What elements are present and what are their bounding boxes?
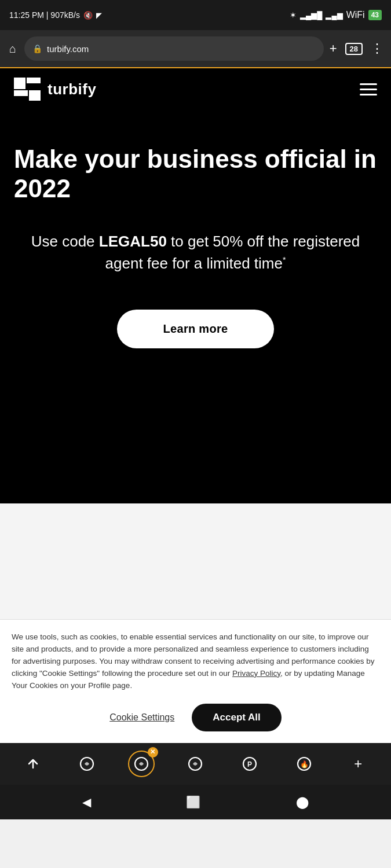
url-bar[interactable]: 🔒 turbify.com [24,36,324,61]
lock-icon: 🔒 [32,44,42,53]
cookie-text: We use tools, such as cookies, to enable… [12,631,379,692]
status-right: ✶ ▂▄▆█ ▂▄▆ WiFi 43 [290,10,382,20]
nav-sync-2[interactable] [182,751,209,777]
bluetooth-icon: ✶ [290,10,297,20]
asterisk: * [283,255,286,264]
hamburger-menu[interactable] [360,83,377,95]
nav-fire[interactable]: 🔥 [291,751,317,777]
hero-subtitle: Use code LEGAL50 to get 50% off the regi… [14,231,377,274]
wifi-icon: WiFi [346,10,365,20]
browser-home-button[interactable]: ⌂ [7,40,19,58]
hamburger-line-2 [360,89,377,90]
send-icon: ◤ [96,11,102,20]
active-tab[interactable]: ✕ [128,751,155,777]
tab-count-badge[interactable]: 28 [345,43,363,55]
privacy-policy-link[interactable]: Privacy Policy [232,669,280,678]
battery-indicator: 43 [368,10,382,20]
browser-actions: + 28 ⋮ [330,41,384,56]
bottom-browser-nav: ✕ P 🔥 + [0,743,391,785]
mute-icon: 🔇 [83,11,93,20]
white-section [0,503,391,619]
hamburger-line-1 [360,83,377,85]
svg-text:P: P [247,760,252,768]
website-content: turbify Make your business official in 2… [0,68,391,503]
accept-all-button[interactable]: Accept All [192,704,282,731]
url-text: turbify.com [47,44,89,54]
menu-button[interactable]: ⋮ [371,41,384,56]
android-home-button[interactable]: ⬜ [186,795,200,809]
cookie-banner: We use tools, such as cookies, to enable… [0,619,391,743]
signal-icon: ▂▄▆█ [300,11,322,20]
android-recents-button[interactable]: ⬤ [296,795,309,809]
status-left: 11:25 PM | 907kB/s 🔇 ◤ [9,10,102,20]
logo-text: turbify [47,80,96,98]
svg-text:🔥: 🔥 [299,760,308,768]
signal-icon-2: ▂▄▆ [326,11,342,20]
cookie-actions: Cookie Settings Accept All [12,704,379,731]
logo-icon [14,78,41,101]
nav-up-button[interactable] [20,751,46,777]
time-display: 11:25 PM | 907kB/s [9,10,80,20]
hero-title: Make your business official in 2022 [14,145,377,203]
android-home-bar: ◀ ⬜ ⬤ [0,785,391,819]
cookie-settings-button[interactable]: Cookie Settings [109,712,174,723]
subtitle-pre: Use code [31,233,99,250]
hero-section: Make your business official in 2022 Use … [0,110,391,503]
site-nav: turbify [0,68,391,110]
promo-code: LEGAL50 [99,233,167,250]
new-tab-button[interactable]: + [330,41,337,56]
status-bar: 11:25 PM | 907kB/s 🔇 ◤ ✶ ▂▄▆█ ▂▄▆ WiFi 4… [0,0,391,30]
logo-area: turbify [14,78,96,101]
android-back-button[interactable]: ◀ [82,795,91,809]
close-active-tab[interactable]: ✕ [148,747,158,757]
nav-plus[interactable]: + [345,751,371,777]
learn-more-button[interactable]: Learn more [117,310,275,348]
hamburger-line-3 [360,94,377,95]
browser-bar: ⌂ 🔒 turbify.com + 28 ⋮ [0,30,391,68]
nav-product-hunt[interactable]: P [236,751,263,777]
nav-sync-1[interactable] [74,751,100,777]
